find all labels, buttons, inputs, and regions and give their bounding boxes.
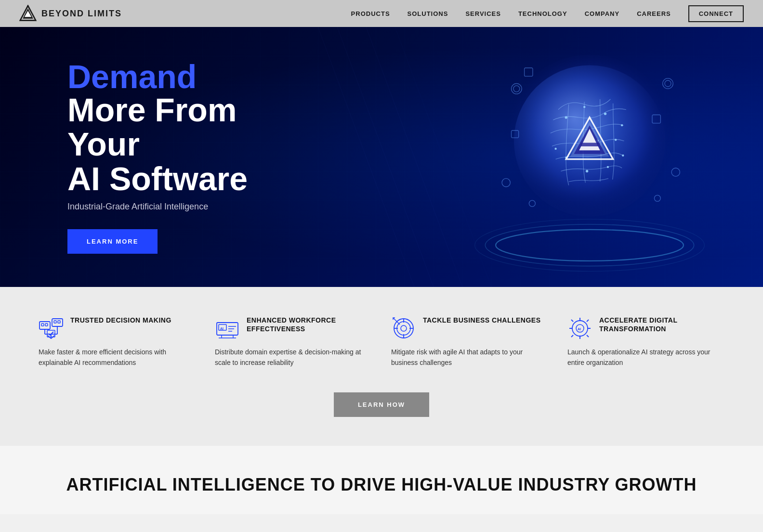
logo-text: BEYOND LIMITS [41, 9, 122, 19]
svg-text:AI: AI [220, 327, 224, 330]
hero-title-blue: Demand [67, 60, 270, 93]
svg-point-31 [663, 78, 673, 89]
svg-point-62 [401, 325, 407, 331]
feature-trusted-header: TRUSTED DECISION MAKING [39, 316, 196, 341]
svg-point-15 [604, 113, 606, 115]
feature-digital-header: AI ACCELERATE DIGITAL TRANSFORMATION [567, 316, 724, 341]
logo-icon [19, 5, 37, 22]
svg-rect-44 [54, 321, 56, 323]
hero-cta-button[interactable]: LEARN MORE [67, 229, 158, 254]
feature-challenges-header: TACKLE BUSINESS CHALLENGES [391, 316, 548, 341]
nav-services[interactable]: SERVICES [465, 10, 501, 17]
hero-subtitle: Industrial-Grade Artificial Intelligence [67, 202, 270, 212]
svg-line-74 [587, 335, 589, 337]
svg-line-73 [571, 320, 573, 322]
feature-trusted-desc: Make faster & more efficient decisions w… [39, 347, 196, 368]
bottom-title: ARTIFICIAL INTELLIGENCE TO DRIVE HIGH-VA… [39, 475, 724, 495]
svg-point-39 [654, 195, 660, 201]
feature-trusted: TRUSTED DECISION MAKING Make faster & mo… [39, 316, 196, 368]
logo-link[interactable]: BEYOND LIMITS [19, 5, 122, 22]
features-grid: TRUSTED DECISION MAKING Make faster & mo… [39, 316, 724, 368]
svg-point-19 [615, 139, 617, 141]
feature-workforce-desc: Distribute domain expertise & decision-m… [215, 347, 372, 368]
feature-workforce-header: AI ENHANCED WORKFORCE EFFECTIVENESS [215, 316, 372, 341]
svg-rect-35 [525, 68, 533, 76]
challenges-icon [391, 316, 416, 341]
feature-challenges-title: TACKLE BUSINESS CHALLENGES [423, 316, 541, 324]
hero-section: Demand More From Your AI Software Indust… [0, 27, 763, 287]
decision-icon [39, 316, 64, 341]
svg-point-9 [485, 224, 694, 266]
svg-point-17 [554, 148, 556, 150]
feature-digital: AI ACCELERATE DIGITAL TRANSFORMATION Lau… [567, 316, 724, 368]
bottom-section: ARTIFICIAL INTELLIGENCE TO DRIVE HIGH-VA… [0, 446, 763, 514]
features-cta-row: LEARN HOW [39, 392, 724, 417]
svg-point-13 [565, 116, 567, 118]
svg-rect-42 [45, 324, 48, 326]
feature-workforce-title: ENHANCED WORKFORCE EFFECTIVENESS [247, 316, 372, 333]
feature-challenges-desc: Mitigate risk with agile AI that adapts … [391, 347, 548, 368]
navigation: BEYOND LIMITS PRODUCTS SOLUTIONS SERVICE… [0, 0, 763, 27]
workforce-icon: AI [215, 316, 240, 341]
svg-text:AI: AI [578, 327, 581, 331]
nav-careers[interactable]: CAREERS [637, 10, 671, 17]
brain-visual [455, 37, 724, 287]
feature-challenges: TACKLE BUSINESS CHALLENGES Mitigate risk… [391, 316, 548, 368]
svg-point-14 [583, 106, 585, 108]
svg-line-67 [393, 318, 400, 324]
svg-point-34 [671, 168, 680, 176]
svg-line-75 [587, 320, 589, 322]
svg-point-21 [586, 170, 588, 172]
svg-point-22 [607, 166, 609, 168]
svg-point-30 [513, 86, 520, 92]
connect-button[interactable]: CONNECT [688, 5, 744, 22]
hero-content: Demand More From Your AI Software Indust… [0, 60, 270, 254]
feature-workforce: AI ENHANCED WORKFORCE EFFECTIVENESS Dist… [215, 316, 372, 368]
learn-how-button[interactable]: LEARN HOW [334, 392, 429, 417]
hero-visual [329, 27, 763, 287]
nav-company[interactable]: COMPANY [585, 10, 619, 17]
svg-point-8 [496, 230, 684, 261]
nav-products[interactable]: PRODUCTS [351, 10, 390, 17]
svg-point-33 [502, 179, 510, 187]
feature-trusted-title: TRUSTED DECISION MAKING [70, 316, 171, 324]
digital-icon: AI [567, 316, 592, 341]
nav-links: PRODUCTS SOLUTIONS SERVICES TECHNOLOGY C… [351, 5, 744, 22]
nav-solutions[interactable]: SOLUTIONS [408, 10, 448, 17]
svg-rect-45 [58, 321, 60, 323]
svg-point-23 [622, 155, 624, 156]
feature-digital-title: ACCELERATE DIGITAL TRANSFORMATION [599, 316, 724, 333]
svg-rect-41 [41, 324, 44, 326]
svg-point-16 [621, 124, 623, 126]
hero-title-white: More From Your AI Software [67, 93, 270, 196]
nav-technology[interactable]: TECHNOLOGY [518, 10, 567, 17]
feature-digital-desc: Launch & operationalize AI strategy acro… [567, 347, 724, 368]
svg-point-32 [665, 80, 671, 87]
features-section: TRUSTED DECISION MAKING Make faster & mo… [0, 287, 763, 446]
svg-point-29 [512, 84, 522, 94]
svg-line-76 [571, 335, 573, 337]
